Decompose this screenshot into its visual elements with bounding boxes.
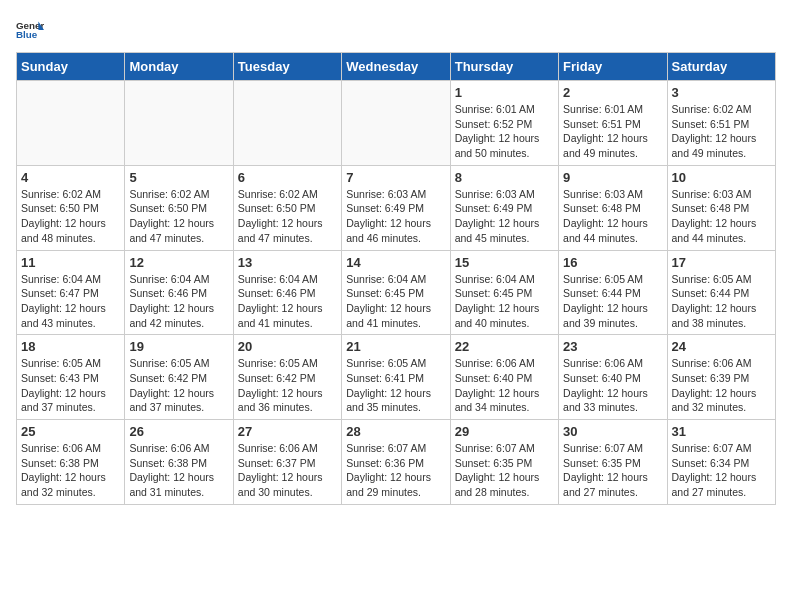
day-number: 5 [129, 170, 228, 185]
calendar-cell: 26Sunrise: 6:06 AM Sunset: 6:38 PM Dayli… [125, 420, 233, 505]
day-info: Sunrise: 6:05 AM Sunset: 6:44 PM Dayligh… [672, 272, 771, 331]
day-info: Sunrise: 6:05 AM Sunset: 6:41 PM Dayligh… [346, 356, 445, 415]
day-number: 1 [455, 85, 554, 100]
day-info: Sunrise: 6:06 AM Sunset: 6:40 PM Dayligh… [563, 356, 662, 415]
day-number: 22 [455, 339, 554, 354]
calendar-cell: 31Sunrise: 6:07 AM Sunset: 6:34 PM Dayli… [667, 420, 775, 505]
calendar-cell: 7Sunrise: 6:03 AM Sunset: 6:49 PM Daylig… [342, 165, 450, 250]
day-number: 28 [346, 424, 445, 439]
day-number: 18 [21, 339, 120, 354]
calendar-cell: 27Sunrise: 6:06 AM Sunset: 6:37 PM Dayli… [233, 420, 341, 505]
day-number: 26 [129, 424, 228, 439]
weekday-header-sunday: Sunday [17, 53, 125, 81]
logo: General Blue [16, 16, 44, 44]
calendar-cell: 2Sunrise: 6:01 AM Sunset: 6:51 PM Daylig… [559, 81, 667, 166]
day-info: Sunrise: 6:02 AM Sunset: 6:51 PM Dayligh… [672, 102, 771, 161]
calendar-cell [342, 81, 450, 166]
svg-text:Blue: Blue [16, 29, 38, 40]
day-number: 21 [346, 339, 445, 354]
day-number: 29 [455, 424, 554, 439]
day-number: 17 [672, 255, 771, 270]
calendar-cell: 21Sunrise: 6:05 AM Sunset: 6:41 PM Dayli… [342, 335, 450, 420]
day-number: 23 [563, 339, 662, 354]
calendar-cell: 15Sunrise: 6:04 AM Sunset: 6:45 PM Dayli… [450, 250, 558, 335]
calendar-cell: 30Sunrise: 6:07 AM Sunset: 6:35 PM Dayli… [559, 420, 667, 505]
day-info: Sunrise: 6:05 AM Sunset: 6:42 PM Dayligh… [129, 356, 228, 415]
calendar-cell [125, 81, 233, 166]
day-number: 25 [21, 424, 120, 439]
day-number: 2 [563, 85, 662, 100]
day-number: 31 [672, 424, 771, 439]
calendar-cell: 22Sunrise: 6:06 AM Sunset: 6:40 PM Dayli… [450, 335, 558, 420]
calendar-cell: 5Sunrise: 6:02 AM Sunset: 6:50 PM Daylig… [125, 165, 233, 250]
day-info: Sunrise: 6:07 AM Sunset: 6:35 PM Dayligh… [455, 441, 554, 500]
day-info: Sunrise: 6:02 AM Sunset: 6:50 PM Dayligh… [238, 187, 337, 246]
calendar-cell: 13Sunrise: 6:04 AM Sunset: 6:46 PM Dayli… [233, 250, 341, 335]
weekday-header-tuesday: Tuesday [233, 53, 341, 81]
calendar-cell: 19Sunrise: 6:05 AM Sunset: 6:42 PM Dayli… [125, 335, 233, 420]
day-info: Sunrise: 6:06 AM Sunset: 6:38 PM Dayligh… [21, 441, 120, 500]
day-info: Sunrise: 6:06 AM Sunset: 6:39 PM Dayligh… [672, 356, 771, 415]
day-number: 15 [455, 255, 554, 270]
day-info: Sunrise: 6:02 AM Sunset: 6:50 PM Dayligh… [21, 187, 120, 246]
calendar-week-3: 11Sunrise: 6:04 AM Sunset: 6:47 PM Dayli… [17, 250, 776, 335]
day-number: 11 [21, 255, 120, 270]
weekday-header-saturday: Saturday [667, 53, 775, 81]
calendar-cell: 11Sunrise: 6:04 AM Sunset: 6:47 PM Dayli… [17, 250, 125, 335]
day-number: 19 [129, 339, 228, 354]
calendar-cell: 3Sunrise: 6:02 AM Sunset: 6:51 PM Daylig… [667, 81, 775, 166]
day-number: 13 [238, 255, 337, 270]
weekday-header-wednesday: Wednesday [342, 53, 450, 81]
calendar-cell: 16Sunrise: 6:05 AM Sunset: 6:44 PM Dayli… [559, 250, 667, 335]
calendar-cell: 17Sunrise: 6:05 AM Sunset: 6:44 PM Dayli… [667, 250, 775, 335]
weekday-header-friday: Friday [559, 53, 667, 81]
calendar-cell: 14Sunrise: 6:04 AM Sunset: 6:45 PM Dayli… [342, 250, 450, 335]
day-number: 7 [346, 170, 445, 185]
calendar-cell: 4Sunrise: 6:02 AM Sunset: 6:50 PM Daylig… [17, 165, 125, 250]
day-info: Sunrise: 6:06 AM Sunset: 6:40 PM Dayligh… [455, 356, 554, 415]
calendar-week-4: 18Sunrise: 6:05 AM Sunset: 6:43 PM Dayli… [17, 335, 776, 420]
day-info: Sunrise: 6:01 AM Sunset: 6:51 PM Dayligh… [563, 102, 662, 161]
calendar-cell: 9Sunrise: 6:03 AM Sunset: 6:48 PM Daylig… [559, 165, 667, 250]
day-info: Sunrise: 6:05 AM Sunset: 6:44 PM Dayligh… [563, 272, 662, 331]
weekday-header-thursday: Thursday [450, 53, 558, 81]
day-number: 14 [346, 255, 445, 270]
calendar-week-5: 25Sunrise: 6:06 AM Sunset: 6:38 PM Dayli… [17, 420, 776, 505]
day-info: Sunrise: 6:07 AM Sunset: 6:36 PM Dayligh… [346, 441, 445, 500]
day-info: Sunrise: 6:04 AM Sunset: 6:46 PM Dayligh… [238, 272, 337, 331]
day-number: 20 [238, 339, 337, 354]
weekday-header-monday: Monday [125, 53, 233, 81]
calendar-cell: 1Sunrise: 6:01 AM Sunset: 6:52 PM Daylig… [450, 81, 558, 166]
calendar-table: SundayMondayTuesdayWednesdayThursdayFrid… [16, 52, 776, 505]
generalblue-logo-icon: General Blue [16, 16, 44, 44]
day-info: Sunrise: 6:04 AM Sunset: 6:45 PM Dayligh… [455, 272, 554, 331]
day-number: 4 [21, 170, 120, 185]
calendar-cell [233, 81, 341, 166]
day-number: 3 [672, 85, 771, 100]
day-info: Sunrise: 6:07 AM Sunset: 6:35 PM Dayligh… [563, 441, 662, 500]
calendar-cell [17, 81, 125, 166]
day-info: Sunrise: 6:05 AM Sunset: 6:43 PM Dayligh… [21, 356, 120, 415]
day-info: Sunrise: 6:05 AM Sunset: 6:42 PM Dayligh… [238, 356, 337, 415]
calendar-cell: 20Sunrise: 6:05 AM Sunset: 6:42 PM Dayli… [233, 335, 341, 420]
calendar-cell: 24Sunrise: 6:06 AM Sunset: 6:39 PM Dayli… [667, 335, 775, 420]
calendar-cell: 8Sunrise: 6:03 AM Sunset: 6:49 PM Daylig… [450, 165, 558, 250]
calendar-cell: 28Sunrise: 6:07 AM Sunset: 6:36 PM Dayli… [342, 420, 450, 505]
calendar-cell: 23Sunrise: 6:06 AM Sunset: 6:40 PM Dayli… [559, 335, 667, 420]
day-number: 12 [129, 255, 228, 270]
day-number: 6 [238, 170, 337, 185]
header: General Blue [16, 16, 776, 44]
day-number: 8 [455, 170, 554, 185]
day-number: 30 [563, 424, 662, 439]
calendar-week-2: 4Sunrise: 6:02 AM Sunset: 6:50 PM Daylig… [17, 165, 776, 250]
day-number: 9 [563, 170, 662, 185]
day-number: 16 [563, 255, 662, 270]
day-info: Sunrise: 6:07 AM Sunset: 6:34 PM Dayligh… [672, 441, 771, 500]
day-number: 10 [672, 170, 771, 185]
day-info: Sunrise: 6:04 AM Sunset: 6:45 PM Dayligh… [346, 272, 445, 331]
day-info: Sunrise: 6:03 AM Sunset: 6:48 PM Dayligh… [672, 187, 771, 246]
day-info: Sunrise: 6:06 AM Sunset: 6:37 PM Dayligh… [238, 441, 337, 500]
day-info: Sunrise: 6:01 AM Sunset: 6:52 PM Dayligh… [455, 102, 554, 161]
calendar-cell: 25Sunrise: 6:06 AM Sunset: 6:38 PM Dayli… [17, 420, 125, 505]
calendar-cell: 29Sunrise: 6:07 AM Sunset: 6:35 PM Dayli… [450, 420, 558, 505]
